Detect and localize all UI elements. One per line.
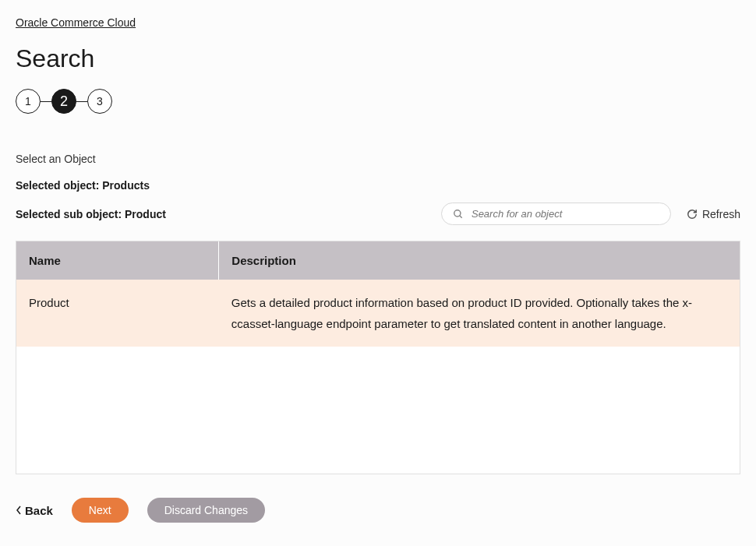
selected-sub-object-text: Selected sub object: Product [16, 208, 166, 220]
step-connector [76, 101, 87, 102]
step-1[interactable]: 1 [16, 89, 41, 114]
refresh-icon [687, 209, 698, 220]
svg-line-1 [460, 215, 462, 217]
next-button[interactable]: Next [72, 498, 129, 523]
column-header-description[interactable]: Description [219, 241, 740, 280]
breadcrumb-link[interactable]: Oracle Commerce Cloud [16, 16, 136, 29]
object-table-wrapper: Name Description Product Gets a detailed… [16, 241, 740, 474]
table-row[interactable]: Product Gets a detailed product informat… [16, 280, 740, 347]
discard-button[interactable]: Discard Changes [147, 498, 265, 523]
refresh-button[interactable]: Refresh [687, 208, 740, 220]
back-button[interactable]: Back [16, 504, 53, 517]
page-title: Search [16, 44, 740, 73]
selected-object-text: Selected object: Products [16, 179, 150, 192]
step-connector [41, 101, 51, 102]
table-header-row: Name Description [16, 241, 740, 280]
stepper: 1 2 3 [16, 89, 740, 114]
step-2[interactable]: 2 [51, 89, 76, 114]
svg-point-0 [454, 210, 461, 216]
column-header-name[interactable]: Name [16, 241, 219, 280]
cell-description: Gets a detailed product information base… [219, 280, 740, 347]
cell-name: Product [16, 280, 219, 347]
footer-buttons: Back Next Discard Changes [16, 498, 740, 523]
object-table: Name Description Product Gets a detailed… [16, 241, 740, 347]
search-icon [453, 209, 464, 220]
step-3[interactable]: 3 [87, 89, 112, 114]
search-box[interactable] [441, 203, 671, 225]
back-label: Back [25, 504, 53, 517]
search-input[interactable] [472, 208, 659, 220]
chevron-left-icon [16, 505, 22, 515]
refresh-label: Refresh [702, 208, 740, 220]
section-label: Select an Object [16, 153, 740, 165]
